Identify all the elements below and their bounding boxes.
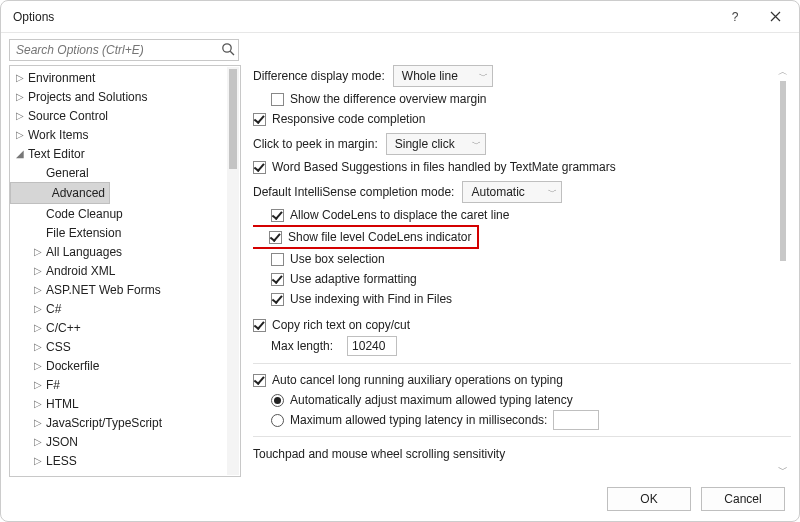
use-box-selection-checkbox[interactable]: Use box selection: [271, 249, 791, 269]
close-button[interactable]: [755, 1, 795, 33]
touchpad-label: Touchpad and mouse wheel scrolling sensi…: [253, 447, 505, 461]
radio-manual-latency[interactable]: Maximum allowed typing latency in millis…: [271, 410, 791, 430]
tree-collapsed-icon[interactable]: ▷: [32, 322, 44, 333]
ok-button[interactable]: OK: [607, 487, 691, 511]
tree-expanded-icon[interactable]: ◢: [14, 148, 26, 159]
search-input[interactable]: [9, 39, 239, 61]
tree-collapsed-icon[interactable]: ▷: [32, 303, 44, 314]
tree-item-label: File Extension: [44, 226, 121, 240]
tree-item-label: Environment: [26, 71, 95, 85]
tree-collapsed-icon[interactable]: ▷: [32, 284, 44, 295]
tree-item[interactable]: ▷HTML: [10, 394, 240, 413]
tree-item-label: CSS: [44, 340, 71, 354]
chevron-down-icon: ﹀: [472, 138, 481, 151]
checkbox-icon: [271, 273, 284, 286]
diff-mode-label: Difference display mode:: [253, 69, 385, 83]
tree-scrollbar-thumb[interactable]: [229, 69, 237, 169]
tree-item[interactable]: ▷CSS: [10, 337, 240, 356]
checkbox-icon: [271, 293, 284, 306]
tree-item[interactable]: ▷LESS: [10, 451, 240, 470]
tree-item[interactable]: ▷Environment: [10, 68, 240, 87]
settings-scrollbar[interactable]: ︿ ﹀: [775, 65, 791, 477]
tree-item-label: General: [44, 166, 89, 180]
tree-collapsed-icon[interactable]: ▷: [32, 436, 44, 447]
window-title: Options: [13, 10, 715, 24]
copy-rich-text-checkbox[interactable]: Copy rich text on copy/cut: [253, 315, 791, 335]
settings-scrollbar-thumb[interactable]: [780, 81, 786, 261]
tree-item[interactable]: ▷F#: [10, 375, 240, 394]
tree-collapsed-icon[interactable]: ▷: [14, 110, 26, 121]
latency-input[interactable]: [553, 410, 599, 430]
help-button[interactable]: ?: [715, 1, 755, 33]
tree-collapsed-icon[interactable]: ▷: [32, 341, 44, 352]
tree-item[interactable]: Code Cleanup: [10, 204, 240, 223]
tree-item[interactable]: ▷Source Control: [10, 106, 240, 125]
tree-item-label: JSON: [44, 435, 78, 449]
tree-collapsed-icon[interactable]: ▷: [32, 455, 44, 466]
dialog-body: ▷Environment▷Projects and Solutions▷Sour…: [1, 33, 799, 521]
tree-item[interactable]: ▷Dockerfile: [10, 356, 240, 375]
use-adaptive-formatting-checkbox[interactable]: Use adaptive formatting: [271, 269, 791, 289]
tree-item-label: F#: [44, 378, 60, 392]
radio-auto-latency[interactable]: Automatically adjust maximum allowed typ…: [271, 390, 791, 410]
tree-item[interactable]: ▷Projects and Solutions: [10, 87, 240, 106]
cancel-button[interactable]: Cancel: [701, 487, 785, 511]
tree-item[interactable]: ▷JavaScript/TypeScript: [10, 413, 240, 432]
svg-line-1: [230, 51, 234, 55]
scroll-down-icon[interactable]: ﹀: [778, 463, 788, 477]
tree-item[interactable]: ◢Text Editor: [10, 144, 240, 163]
intellisense-select[interactable]: Automatic ﹀: [462, 181, 562, 203]
tree-collapsed-icon[interactable]: ▷: [32, 379, 44, 390]
tree-item-label: Source Control: [26, 109, 108, 123]
tree-collapsed-icon[interactable]: ▷: [32, 398, 44, 409]
tree-item-label: JavaScript/TypeScript: [44, 416, 162, 430]
tree-collapsed-icon[interactable]: ▷: [14, 72, 26, 83]
checkbox-icon: [253, 113, 266, 126]
settings-panel: Difference display mode: Whole line ﹀ Sh…: [253, 65, 791, 477]
close-icon: [770, 11, 781, 22]
responsive-completion-checkbox[interactable]: Responsive code completion: [253, 109, 791, 129]
tree-item[interactable]: ▷C/C++: [10, 318, 240, 337]
click-peek-select[interactable]: Single click ﹀: [386, 133, 486, 155]
click-peek-label: Click to peek in margin:: [253, 137, 378, 151]
tree-item[interactable]: ▷Android XML: [10, 261, 240, 280]
show-diff-overview-checkbox[interactable]: Show the difference overview margin: [271, 89, 791, 109]
checkbox-icon: [271, 253, 284, 266]
max-length-input[interactable]: 10240: [347, 336, 397, 356]
radio-icon: [271, 394, 284, 407]
tree-item[interactable]: Advanced: [10, 182, 110, 204]
scroll-up-icon[interactable]: ︿: [778, 65, 788, 79]
tree-item-label: Android XML: [44, 264, 115, 278]
tree-item-label: C#: [44, 302, 61, 316]
tree-item-label: Work Items: [26, 128, 88, 142]
svg-point-0: [223, 44, 231, 52]
tree-scrollbar[interactable]: [227, 67, 239, 475]
tree-collapsed-icon[interactable]: ▷: [14, 91, 26, 102]
diff-mode-select[interactable]: Whole line ﹀: [393, 65, 493, 87]
auto-cancel-checkbox[interactable]: Auto cancel long running auxiliary opera…: [253, 370, 791, 390]
use-indexing-find-checkbox[interactable]: Use indexing with Find in Files: [271, 289, 791, 309]
tree-item[interactable]: ▷ASP.NET Web Forms: [10, 280, 240, 299]
tree-item[interactable]: General: [10, 163, 240, 182]
tree-item-label: Dockerfile: [44, 359, 99, 373]
tree-collapsed-icon[interactable]: ▷: [32, 417, 44, 428]
tree-collapsed-icon[interactable]: ▷: [32, 246, 44, 257]
tree-item[interactable]: ▷Work Items: [10, 125, 240, 144]
checkbox-icon: [253, 319, 266, 332]
tree-item[interactable]: ▷All Languages: [10, 242, 240, 261]
tree-collapsed-icon[interactable]: ▷: [32, 360, 44, 371]
search-icon[interactable]: [221, 42, 235, 59]
word-based-checkbox[interactable]: Word Based Suggestions in files handled …: [253, 157, 791, 177]
dialog-footer: OK Cancel: [1, 477, 799, 521]
radio-icon: [271, 414, 284, 427]
allow-codelens-checkbox[interactable]: Allow CodeLens to displace the caret lin…: [271, 205, 791, 225]
options-tree[interactable]: ▷Environment▷Projects and Solutions▷Sour…: [9, 65, 241, 477]
tree-item[interactable]: File Extension: [10, 223, 240, 242]
tree-item-label: Code Cleanup: [44, 207, 123, 221]
tree-item-label: LESS: [44, 454, 77, 468]
tree-item[interactable]: ▷JSON: [10, 432, 240, 451]
tree-item[interactable]: ▷C#: [10, 299, 240, 318]
show-file-codelens-checkbox[interactable]: Show file level CodeLens indicator: [269, 227, 471, 247]
tree-collapsed-icon[interactable]: ▷: [14, 129, 26, 140]
tree-collapsed-icon[interactable]: ▷: [32, 265, 44, 276]
